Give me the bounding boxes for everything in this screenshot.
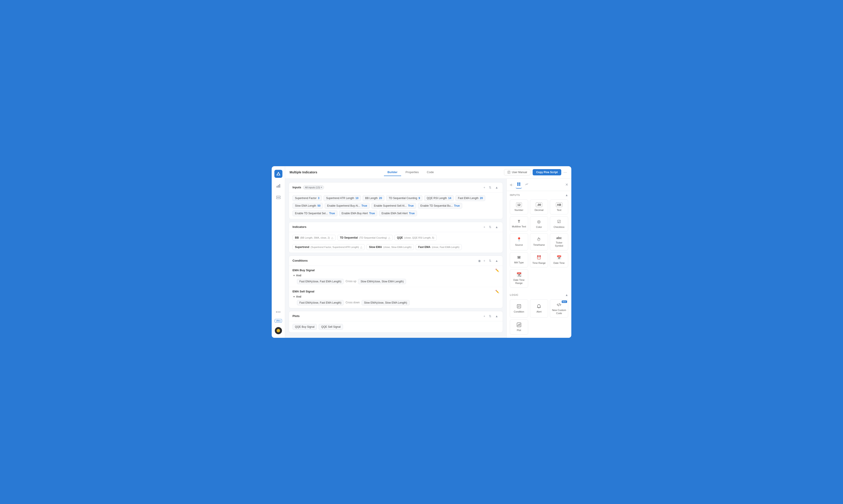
panel-logic-grid: Condition Alert New bbox=[507, 299, 571, 338]
user-manual-button[interactable]: User Manual bbox=[504, 169, 530, 175]
list-item[interactable]: Fast EMA(close, Fast EMA Length) bbox=[297, 300, 344, 305]
timerange-icon: ⏰ bbox=[536, 255, 541, 260]
timeframe-icon: ⏱ bbox=[537, 237, 541, 242]
more-options-icon[interactable]: ··· bbox=[564, 170, 567, 175]
list-item[interactable]: TD Sequential (TD Sequential Counting) △ bbox=[338, 235, 393, 240]
panel-item-timeframe[interactable]: ⏱ Timeframe bbox=[530, 233, 548, 250]
list-item[interactable]: BB (BB Length, SMA, close, 2) △ bbox=[292, 235, 336, 240]
panel-item-timerange[interactable]: ⏰ Time Range bbox=[530, 252, 548, 267]
sidebar-item-chart[interactable] bbox=[275, 182, 282, 190]
list-item[interactable]: Supertrend (Supertrend Factor, Supertren… bbox=[292, 244, 365, 250]
list-item[interactable]: Fast EMA Length 20 bbox=[455, 195, 485, 201]
tab-builder[interactable]: Builder bbox=[384, 169, 401, 176]
panel-item-datetime[interactable]: 📅 Date Time bbox=[550, 252, 568, 267]
svg-rect-0 bbox=[277, 186, 277, 188]
conditions-collapse-icon[interactable]: ▲ bbox=[494, 258, 499, 263]
list-item[interactable]: Slow EMA(close, Slow EMA Length) bbox=[358, 279, 406, 284]
checkbox-icon: ☑ bbox=[557, 219, 561, 224]
svg-rect-11 bbox=[517, 184, 518, 186]
panel-item-decimal[interactable]: .00 Decimal bbox=[530, 199, 548, 214]
conditions-add-icon[interactable]: + bbox=[483, 258, 486, 263]
panel-tab-grid-icon[interactable] bbox=[516, 181, 522, 188]
tab-code[interactable]: Code bbox=[423, 169, 437, 176]
user-avatar[interactable]: 😊 bbox=[275, 327, 282, 334]
list-item[interactable]: QQE Buy Signal bbox=[292, 324, 317, 330]
panel-item-customcode[interactable]: New New Custom Code bbox=[550, 299, 568, 318]
panel-logic-toggle-icon[interactable]: ▲ bbox=[565, 293, 568, 297]
datetime-icon: 📅 bbox=[556, 255, 562, 260]
svg-rect-12 bbox=[519, 184, 520, 186]
list-item[interactable]: Enable Supertrend Sell Al... True bbox=[372, 203, 416, 209]
list-item[interactable]: Fast EMA(close, Fast EMA Length) bbox=[297, 279, 344, 284]
plots-sort-icon[interactable]: ⇅ bbox=[488, 314, 493, 318]
tab-properties[interactable]: Properties bbox=[402, 169, 423, 176]
ticker-label: Ticker Symbol bbox=[551, 241, 567, 248]
indicator-alert-icon: △ bbox=[388, 236, 390, 239]
plots-actions: + ⇅ ▲ bbox=[483, 314, 499, 318]
condition-buy-chevron-icon[interactable]: ▾ bbox=[293, 274, 295, 277]
panel-item-number[interactable]: 12 Number bbox=[510, 199, 528, 214]
copy-pine-button[interactable]: Copy Pine Script bbox=[533, 169, 561, 175]
close-panel-icon[interactable]: ✕ bbox=[565, 182, 568, 187]
plots-add-icon[interactable]: + bbox=[483, 314, 486, 318]
main-content: Multiple Indicators Builder Properties C… bbox=[285, 166, 571, 338]
list-item[interactable]: QQE (close, QQE RSI Length, 5) bbox=[394, 235, 437, 240]
panel-item-datetimerange[interactable]: 📆 Date Time Range bbox=[510, 269, 528, 288]
condition-sell-chevron-icon[interactable]: ▾ bbox=[293, 295, 295, 298]
list-item[interactable]: Supertrend Factor 3 bbox=[292, 195, 322, 201]
inputs-collapse-icon[interactable]: ▲ bbox=[494, 185, 499, 190]
list-item[interactable]: Slow EMA (close, Slow EMA Length) bbox=[366, 244, 414, 250]
panel-logic-header: LOGIC ▲ bbox=[507, 291, 571, 299]
sidebar-logo[interactable] bbox=[274, 170, 282, 178]
panel-expand-icon[interactable]: ◁ bbox=[510, 183, 514, 186]
inputs-sort-icon[interactable]: ⇅ bbox=[488, 185, 493, 190]
operator-sell-label: Cross down bbox=[345, 300, 360, 305]
alert-icon bbox=[536, 304, 541, 309]
panel-item-source[interactable]: 📍 Source bbox=[510, 233, 528, 250]
right-panel: ◁ ✕ bbox=[506, 179, 571, 338]
list-item[interactable]: Supertrend ATR Length 10 bbox=[324, 195, 361, 201]
conditions-circle-icon[interactable]: ◉ bbox=[478, 259, 481, 263]
list-item[interactable]: Enable Supertrend Buy Al... True bbox=[325, 203, 369, 209]
list-item[interactable]: Slow EMA(close, Slow EMA Length) bbox=[362, 300, 410, 305]
conditions-sort-icon[interactable]: ⇅ bbox=[488, 258, 493, 263]
condition-sell-logic-label: And bbox=[296, 295, 301, 298]
list-item[interactable]: Enable TD Sequential Sel... True bbox=[292, 211, 338, 216]
panel-inputs-toggle-icon[interactable]: ▲ bbox=[565, 193, 568, 197]
sidebar-more-icon[interactable]: ••• bbox=[276, 310, 281, 314]
sidebar-item-card[interactable] bbox=[275, 194, 282, 201]
panel-item-ticker[interactable]: abc Ticker Symbol bbox=[550, 233, 568, 250]
panel-item-condition[interactable]: Condition bbox=[510, 299, 528, 318]
conditions-section: Conditions ◉ + ⇅ ▲ EMA Buy Signal ✏️ bbox=[289, 256, 503, 308]
list-item[interactable]: Enable EMA Sell Alert True bbox=[379, 211, 417, 216]
list-item[interactable]: Enable EMA Buy Alert True bbox=[339, 211, 377, 216]
list-item[interactable]: QQE RSI Length 14 bbox=[424, 195, 453, 201]
panel-item-color[interactable]: ◎ Color bbox=[530, 216, 548, 231]
inputs-badge[interactable]: All inputs (13) ▾ bbox=[303, 185, 324, 190]
list-item[interactable]: TD Sequential Counting 9 bbox=[386, 195, 423, 201]
panel-item-alert[interactable]: Alert bbox=[530, 299, 548, 318]
list-item[interactable]: Enable TD Sequential Bu... True bbox=[418, 203, 462, 209]
source-label: Source bbox=[515, 243, 523, 247]
app-title: Multiple Indicators bbox=[290, 170, 317, 174]
panel-item-matype[interactable]: M MA Type bbox=[510, 252, 528, 267]
panel-item-checkbox[interactable]: ☑ Checkbox bbox=[550, 216, 568, 231]
panel-item-plot[interactable]: Plot bbox=[510, 320, 528, 335]
indicators-sort-icon[interactable]: ⇅ bbox=[488, 225, 493, 229]
user-manual-label: User Manual bbox=[512, 171, 527, 174]
indicators-add-icon[interactable]: + bbox=[483, 225, 486, 229]
list-item[interactable]: Fast EMA (close, Fast EMA Length) bbox=[416, 244, 462, 250]
list-item[interactable]: QQE Sell Signal bbox=[319, 324, 343, 330]
panel-item-multiline[interactable]: T Multiline Text bbox=[510, 216, 528, 231]
indicators-collapse-icon[interactable]: ▲ bbox=[494, 225, 499, 229]
condition-sell-edit-icon[interactable]: ✏️ bbox=[495, 290, 499, 293]
panel-item-text[interactable]: AB Text bbox=[550, 199, 568, 214]
condition-buy-edit-icon[interactable]: ✏️ bbox=[495, 269, 499, 272]
panel-tab-chart-icon[interactable] bbox=[524, 181, 530, 188]
svg-rect-1 bbox=[278, 185, 279, 188]
plots-collapse-icon[interactable]: ▲ bbox=[494, 314, 499, 318]
svg-rect-9 bbox=[517, 182, 518, 184]
inputs-add-icon[interactable]: + bbox=[483, 185, 486, 190]
list-item[interactable]: BB Length 20 bbox=[363, 195, 384, 201]
list-item[interactable]: Slow EMA Length 50 bbox=[292, 203, 323, 209]
